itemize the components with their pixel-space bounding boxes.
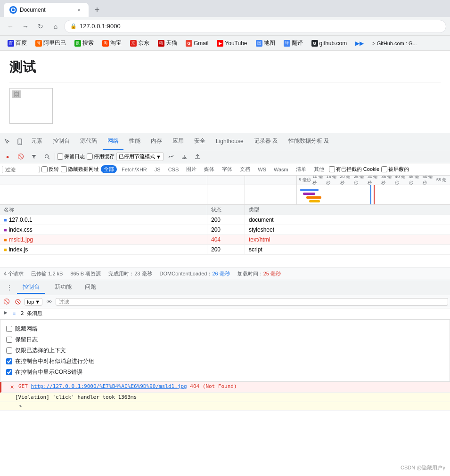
- tab-elements[interactable]: 元素: [26, 133, 47, 150]
- table-row[interactable]: ■ 127.0.0.1 200 document: [0, 215, 450, 225]
- console-sub-arrow[interactable]: >: [0, 402, 450, 411]
- bookmark-fanyi[interactable]: 译 翻译: [280, 38, 307, 48]
- tab-close-button[interactable]: ×: [75, 6, 83, 14]
- table-row[interactable]: ■ msld1.jpg 404 text/html: [0, 235, 450, 245]
- context-selector[interactable]: top ▼: [25, 298, 42, 306]
- filter-font[interactable]: 字体: [219, 165, 235, 173]
- network-conditions-icon[interactable]: [165, 151, 177, 162]
- console-clear-icon[interactable]: 🚫: [2, 297, 11, 307]
- tab-performance[interactable]: 性能: [124, 133, 145, 150]
- console-filter-input[interactable]: [56, 298, 448, 306]
- bookmark-tmall[interactable]: 猫 天猫: [154, 38, 181, 48]
- tab-console[interactable]: 控制台: [48, 133, 74, 150]
- blocked-cookies-checkbox[interactable]: 有已拦截的 Cookie: [329, 166, 379, 173]
- disable-cache-checkbox[interactable]: 停用缓存: [87, 153, 115, 160]
- forward-button[interactable]: →: [19, 20, 32, 33]
- url-bar[interactable]: 🔒 127.0.0.1:9000: [64, 20, 446, 33]
- table-row[interactable]: ■ index.css 200 stylesheet: [0, 225, 450, 235]
- bookmark-taobao[interactable]: 淘 淘宝: [98, 38, 125, 48]
- tab-network[interactable]: 网络: [103, 133, 123, 150]
- filter-css[interactable]: CSS: [165, 166, 182, 173]
- new-tab-button[interactable]: +: [90, 3, 104, 16]
- record-button[interactable]: ●: [2, 151, 13, 162]
- console-filter-icon[interactable]: [13, 297, 23, 307]
- hide-data-urls-checkbox[interactable]: 隐藏数据网址: [61, 166, 99, 173]
- filter-fetch-xhr[interactable]: Fetch/XHR: [119, 166, 150, 173]
- col-header-name[interactable]: 名称: [0, 205, 207, 215]
- bookmark-github[interactable]: G github.com: [308, 39, 351, 48]
- reload-button[interactable]: ↻: [34, 20, 47, 33]
- preserve-log-checkbox[interactable]: 保留日志: [57, 153, 85, 160]
- tab-memory[interactable]: 内存: [146, 133, 167, 150]
- group-similar-cb[interactable]: [6, 358, 12, 364]
- blocked-cookies-cb[interactable]: [329, 166, 335, 172]
- throttle-select[interactable]: 已停用节流模式 ▼: [116, 152, 164, 161]
- devtools-inspect-icon[interactable]: [2, 136, 13, 147]
- console-tab-new[interactable]: 新功能: [49, 281, 77, 294]
- invert-cb[interactable]: [41, 166, 48, 172]
- filter-img[interactable]: 图片: [183, 165, 199, 173]
- hide-data-cb[interactable]: [61, 166, 67, 172]
- blocked-requests-checkbox[interactable]: 被屏蔽的: [381, 166, 409, 173]
- tab-sources[interactable]: 源代码: [75, 133, 102, 150]
- table-row[interactable]: ■ index.js 200 script: [0, 245, 450, 255]
- selected-context-label: 仅限已选择的上下文: [15, 347, 66, 355]
- error-url-link[interactable]: http://127.0.0.1:9000/%E7%B4%A0%E6%9D%90…: [31, 383, 187, 389]
- bookmark-jd[interactable]: 京 京东: [126, 38, 153, 48]
- cors-cb[interactable]: [6, 369, 12, 375]
- console-drag-handle[interactable]: ⋮: [4, 282, 15, 293]
- filter-all[interactable]: 全部: [101, 165, 117, 173]
- settings-preserve-log-cb[interactable]: [6, 337, 12, 343]
- row-status-doc: 200: [207, 215, 245, 225]
- timeline-type-body: [245, 185, 296, 204]
- export-har-icon[interactable]: [192, 151, 203, 162]
- filter-media[interactable]: 媒体: [201, 165, 217, 173]
- col-header-status[interactable]: 状态: [207, 205, 245, 215]
- tab-recorder[interactable]: 记录器 及: [249, 133, 283, 150]
- group-info-icon: ≡: [10, 310, 18, 317]
- bookmark-youtube[interactable]: ▶ YouTube: [213, 39, 251, 48]
- back-button[interactable]: ←: [4, 20, 17, 33]
- filter-other[interactable]: 其他: [311, 165, 327, 173]
- bookmark-baidu[interactable]: 百 百度: [4, 38, 31, 48]
- filter-input[interactable]: [2, 166, 40, 173]
- devtools-device-icon[interactable]: [14, 136, 25, 147]
- filter-ws[interactable]: WS: [255, 166, 269, 173]
- selected-context-cb[interactable]: [6, 347, 12, 354]
- blocked-requests-cb[interactable]: [381, 166, 387, 172]
- disable-cache-cb[interactable]: [87, 153, 93, 160]
- dom-value: 26 毫秒: [212, 271, 229, 276]
- console-tab-console[interactable]: 控制台: [17, 281, 45, 294]
- home-button[interactable]: ⌂: [49, 20, 62, 33]
- console-eye-icon[interactable]: 👁: [44, 297, 54, 307]
- col-header-type[interactable]: 类型: [245, 205, 339, 215]
- bookmark-github2[interactable]: > GitHub.com : G...: [368, 40, 420, 47]
- tab-application[interactable]: 应用: [168, 133, 188, 150]
- console-tab-issues[interactable]: 问题: [79, 281, 102, 294]
- resources-size: 865 B 项资源: [70, 270, 101, 277]
- clear-button[interactable]: 🚫: [15, 151, 26, 162]
- console-toolbar: 🚫 top ▼ 👁: [0, 295, 450, 308]
- bookmark-more[interactable]: ▶▶: [352, 39, 368, 48]
- error-icon: ✕: [8, 383, 16, 391]
- bookmark-alibaba[interactable]: 阿 阿里巴巴: [32, 38, 70, 48]
- filter-toggle[interactable]: [28, 151, 40, 162]
- import-har-icon[interactable]: [179, 151, 190, 162]
- bookmark-gmail[interactable]: G Gmail: [182, 39, 212, 48]
- invert-filter-checkbox[interactable]: 反转: [41, 166, 59, 173]
- filter-js[interactable]: JS: [152, 166, 164, 173]
- filter-doc[interactable]: 文档: [237, 165, 253, 173]
- group-expand-icon[interactable]: ▶: [4, 310, 8, 315]
- filter-manifest[interactable]: 清单: [293, 165, 309, 173]
- filter-wasm[interactable]: Wasm: [271, 166, 291, 173]
- search-button[interactable]: [41, 151, 53, 162]
- tab-lighthouse[interactable]: Lighthouse: [211, 133, 248, 150]
- tab-security[interactable]: 安全: [189, 133, 210, 150]
- bookmark-github-label: github.com: [319, 40, 347, 47]
- hide-network-cb[interactable]: [6, 326, 12, 332]
- bookmark-search[interactable]: 搜 搜索: [71, 38, 98, 48]
- active-tab[interactable]: Document ×: [4, 3, 89, 17]
- bookmark-map[interactable]: 图 地图: [252, 38, 279, 48]
- tab-perf-insights[interactable]: 性能数据分析 及: [284, 133, 334, 150]
- preserve-log-cb[interactable]: [57, 153, 63, 160]
